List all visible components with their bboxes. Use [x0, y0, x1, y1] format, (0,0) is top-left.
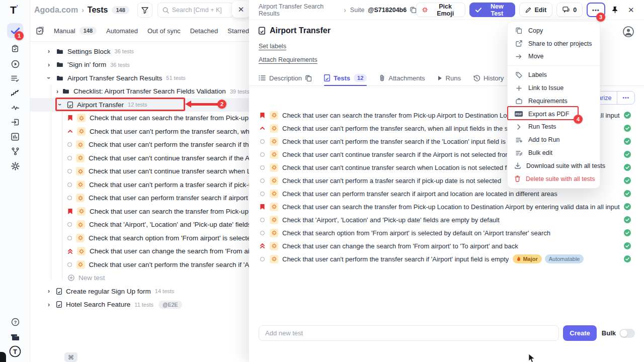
tree-row-folder[interactable]: › Checklist: Airport Transfer Search Fie…: [30, 85, 250, 99]
list-plus-icon: [515, 137, 523, 143]
menu-item-delete-suite[interactable]: Delete suite with all tests: [508, 172, 600, 186]
app-logo[interactable]: T': [10, 4, 18, 16]
menu-item-move[interactable]: Move: [508, 50, 600, 63]
filter-tab-manual[interactable]: Manual148: [54, 27, 97, 35]
menu-item-run-tests[interactable]: Run Tests: [508, 121, 600, 134]
tree-test-row[interactable]: Check that user can search the transfer …: [30, 112, 250, 125]
plus-circle-icon: [67, 275, 74, 281]
tree-test-row[interactable]: Check that user can't perform a trasfer …: [30, 178, 250, 192]
tree-row-folder[interactable]: › Settings Block36 tests: [30, 45, 250, 58]
filter-tab-starred[interactable]: Starred: [227, 27, 249, 35]
duplicate-icon[interactable]: [305, 75, 311, 81]
test-row[interactable]: Check that 'Airport', 'Location' and 'Pi…: [259, 213, 631, 226]
breadcrumb-project[interactable]: Agoda.com: [34, 6, 78, 15]
copy-icon[interactable]: [410, 7, 416, 13]
sidebar-item-checklists[interactable]: [7, 71, 23, 86]
pin-icon[interactable]: [609, 6, 621, 14]
test-row[interactable]: Check that user can change the search fr…: [259, 239, 631, 252]
menu-item-add-to-run[interactable]: Add to Run: [508, 133, 600, 146]
menu-item-download-suite[interactable]: Download suite with all tests: [508, 159, 600, 172]
menu-item-requirements[interactable]: Requirements: [508, 95, 600, 108]
edit-button[interactable]: Edit: [519, 3, 553, 17]
new-test-row[interactable]: New test: [30, 272, 250, 285]
search-input[interactable]: [172, 7, 227, 14]
chevron-up-icon: [67, 129, 73, 133]
menu-item-bulk-edit[interactable]: Bulk edit: [508, 146, 600, 159]
breadcrumb-section[interactable]: Tests: [88, 6, 108, 15]
bookmark-icon: [67, 208, 73, 215]
sidebar-item-branches[interactable]: [7, 144, 23, 159]
tree-row-folder[interactable]: › Airport Transfer Search Results51 test…: [30, 71, 250, 85]
tree-test-row[interactable]: Check that user can perform transfer sea…: [30, 192, 250, 205]
sidebar-item-reports[interactable]: [7, 129, 23, 144]
new-test-button[interactable]: New Test: [469, 3, 515, 17]
tree-test-row[interactable]: Check that 'Airport', 'Location' and 'Pi…: [30, 218, 250, 232]
test-row[interactable]: Check that user can't perform the transf…: [259, 252, 631, 265]
test-row[interactable]: Check that user can perform transfer sea…: [259, 187, 631, 200]
app-rail: T' ? T: [0, 0, 30, 362]
sidebar-item-settings[interactable]: [7, 158, 23, 173]
sidebar-item-plans[interactable]: [7, 41, 23, 56]
comment-bubble-icon: [562, 7, 570, 13]
menu-item-labels[interactable]: Labels: [508, 68, 600, 81]
tree-test-row[interactable]: Check that user can't perform the transf…: [30, 125, 250, 138]
attach-requirements-link[interactable]: Attach Requirements: [259, 56, 317, 63]
tree-test-row[interactable]: Check that user can search the transfer …: [30, 205, 250, 218]
tab-runs[interactable]: Runs: [438, 70, 461, 85]
filter-tab-detached[interactable]: Detached: [190, 27, 218, 35]
collision-burst-icon: [270, 124, 278, 133]
history-clock-icon: [473, 75, 480, 81]
collision-burst-icon: [77, 114, 86, 122]
create-button[interactable]: Create: [563, 325, 596, 341]
add-new-test-input[interactable]: [259, 325, 559, 341]
filter-tab-automated[interactable]: Automated: [106, 27, 138, 35]
account-logo-button[interactable]: T: [7, 344, 23, 359]
tree-test-row[interactable]: Check that user can't perform the transf…: [30, 138, 250, 152]
sidebar-item-milestones[interactable]: [7, 85, 23, 101]
automatable-badge: Automatable: [545, 254, 584, 263]
tree-test-row[interactable]: Check that user can change the search fr…: [30, 245, 250, 258]
chevron-right-icon[interactable]: ›: [45, 288, 52, 295]
sidebar-item-runs[interactable]: [7, 56, 23, 71]
menu-item-link-to-issue[interactable]: Link to Issue: [508, 81, 600, 95]
chevron-down-icon[interactable]: ›: [45, 74, 52, 81]
video-library-button[interactable]: [7, 330, 23, 345]
tab-tests[interactable]: Tests 12: [324, 70, 367, 85]
tab-history[interactable]: History: [473, 70, 504, 85]
tree-test-row[interactable]: Check that user can't continue transfer …: [30, 151, 250, 165]
search-box[interactable]: [157, 3, 234, 18]
menu-item-copy[interactable]: Copy: [508, 24, 600, 37]
tree-row-suite[interactable]: › Hotel Search Feature11 tests @E2E: [30, 298, 250, 312]
tree-test-row[interactable]: Check that search option from 'From airp…: [30, 231, 250, 245]
chevron-right-icon[interactable]: ›: [45, 48, 52, 55]
chevron-right-icon[interactable]: ›: [45, 61, 52, 68]
bulk-toggle[interactable]: [619, 329, 635, 338]
chevron-right-icon[interactable]: ›: [56, 88, 58, 95]
tree-row-suite[interactable]: › Create regular Sign Up form14 tests: [30, 285, 250, 298]
tab-attachments[interactable]: Attachments: [379, 70, 425, 85]
tab-description[interactable]: Description: [259, 70, 311, 85]
filter-button[interactable]: [137, 3, 152, 18]
tree-test-row[interactable]: Check that user can't continue transfer …: [30, 165, 250, 178]
menu-item-share[interactable]: Share to other projects: [508, 37, 600, 50]
select-all-icon[interactable]: [36, 27, 44, 35]
sidebar-item-analytics[interactable]: [7, 100, 23, 115]
test-row[interactable]: Check that user can search the transfer …: [259, 200, 631, 213]
drawer-close-button[interactable]: ✕: [625, 6, 637, 15]
comments-button[interactable]: 0: [556, 3, 583, 17]
tree-test-row[interactable]: Check that user can't perform the transf…: [30, 258, 250, 272]
circle-icon: [67, 236, 72, 240]
chevron-right-icon[interactable]: ›: [45, 301, 52, 308]
set-labels-link[interactable]: Set labels: [259, 43, 286, 50]
drawer-edge-close-button[interactable]: ✕: [232, 1, 250, 18]
avatar[interactable]: [623, 26, 634, 37]
more-dots-icon[interactable]: •••: [617, 95, 634, 101]
breadcrumb-parent[interactable]: Airport Transfer Search Results: [259, 3, 340, 17]
annotation-rect-suite: [55, 98, 185, 111]
pick-emoji-button[interactable]: Pick Emoji: [416, 3, 465, 17]
test-row[interactable]: Check that search option from 'From airp…: [259, 226, 631, 239]
filter-tab-out-of-sync[interactable]: Out of sync: [147, 27, 181, 35]
help-button[interactable]: ?: [7, 314, 23, 329]
tree-row-folder[interactable]: › 'Sign in' form36 tests: [30, 58, 250, 72]
sidebar-item-import[interactable]: [7, 115, 23, 130]
